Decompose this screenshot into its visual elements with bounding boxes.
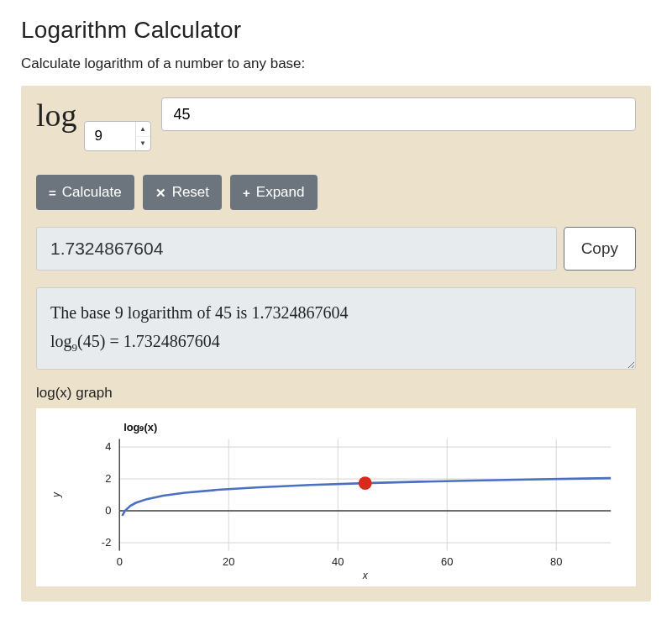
input-row: log ▲ ▼ [36,97,636,151]
page-subtitle: Calculate logarithm of a number to any b… [21,55,651,72]
stepper-up-icon[interactable]: ▲ [136,122,150,137]
log-label: log [36,97,79,131]
base-input[interactable] [85,123,135,150]
copy-button[interactable]: Copy [564,227,636,271]
svg-text:2: 2 [105,472,111,485]
log-chart: 020406080-2024log₉(x)xy [45,415,627,583]
result-row: 1.7324867604 Copy [36,227,636,271]
svg-text:0: 0 [117,555,123,568]
stepper-down-icon[interactable]: ▼ [136,137,150,151]
calculator-panel: log ▲ ▼ = Calculate ✕ Reset + Expand 1.7… [21,86,651,602]
explanation-line1: The base 9 logarithm of 45 is 1.73248676… [50,298,622,327]
expand-button[interactable]: + Expand [230,175,317,210]
svg-text:y: y [50,491,62,498]
argument-input[interactable] [161,97,636,131]
reset-button[interactable]: ✕ Reset [143,175,222,210]
svg-text:40: 40 [332,555,344,568]
svg-text:4: 4 [105,440,111,453]
reset-button-label: Reset [172,184,209,201]
result-output: 1.7324867604 [36,227,557,271]
equals-icon: = [49,187,56,199]
explanation-box[interactable]: The base 9 logarithm of 45 is 1.73248676… [36,287,636,370]
calculate-button-label: Calculate [62,184,122,201]
svg-point-20 [359,476,372,490]
svg-text:80: 80 [550,555,562,568]
close-icon: ✕ [155,187,166,199]
graph-section-title: log(x) graph [36,385,636,402]
explanation-line2: log9(45) = 1.7324867604 [50,327,622,357]
svg-text:60: 60 [441,555,453,568]
page-title: Logarithm Calculator [21,17,651,44]
calculate-button[interactable]: = Calculate [36,175,134,210]
svg-text:log₉(x): log₉(x) [123,421,157,433]
button-row: = Calculate ✕ Reset + Expand [36,175,636,210]
explanation-log-rest: (45) = 1.7324867604 [77,332,220,350]
svg-text:0: 0 [105,504,111,517]
svg-text:20: 20 [223,555,234,568]
base-stepper[interactable]: ▲ ▼ [135,122,150,150]
svg-text:-2: -2 [102,536,111,549]
plus-icon: + [243,187,250,199]
explanation-log-prefix: log [50,332,72,350]
chart-card: 020406080-2024log₉(x)xy [36,408,636,586]
base-input-wrap: ▲ ▼ [84,121,151,151]
svg-text:x: x [362,570,369,581]
expand-button-label: Expand [256,184,305,201]
